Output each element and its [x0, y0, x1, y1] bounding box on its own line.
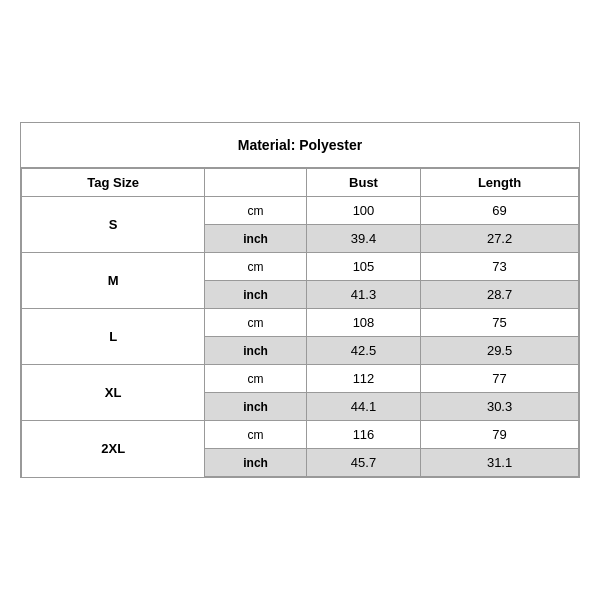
- cm-bust-cell: 100: [306, 197, 420, 225]
- cm-unit-cell: cm: [205, 365, 307, 393]
- size-cell: XL: [22, 365, 205, 421]
- cm-length-cell: 77: [421, 365, 579, 393]
- table-row: Scm10069: [22, 197, 579, 225]
- table-row: Lcm10875: [22, 309, 579, 337]
- inch-unit-cell: inch: [205, 281, 307, 309]
- inch-unit-cell: inch: [205, 225, 307, 253]
- length-header: Length: [421, 169, 579, 197]
- cm-length-cell: 75: [421, 309, 579, 337]
- inch-length-cell: 29.5: [421, 337, 579, 365]
- inch-bust-cell: 45.7: [306, 449, 420, 477]
- inch-unit-cell: inch: [205, 449, 307, 477]
- inch-length-cell: 28.7: [421, 281, 579, 309]
- size-cell: S: [22, 197, 205, 253]
- inch-bust-cell: 41.3: [306, 281, 420, 309]
- size-chart-wrapper: Material: Polyester Tag Size Bust Length…: [20, 122, 580, 478]
- cm-bust-cell: 108: [306, 309, 420, 337]
- inch-length-cell: 30.3: [421, 393, 579, 421]
- table-title: Material: Polyester: [21, 123, 579, 168]
- unit-header: [205, 169, 307, 197]
- cm-bust-cell: 116: [306, 421, 420, 449]
- cm-length-cell: 69: [421, 197, 579, 225]
- table-row: 2XLcm11679: [22, 421, 579, 449]
- cm-unit-cell: cm: [205, 309, 307, 337]
- inch-bust-cell: 39.4: [306, 225, 420, 253]
- inch-length-cell: 31.1: [421, 449, 579, 477]
- inch-bust-cell: 42.5: [306, 337, 420, 365]
- cm-unit-cell: cm: [205, 421, 307, 449]
- inch-unit-cell: inch: [205, 337, 307, 365]
- cm-unit-cell: cm: [205, 253, 307, 281]
- tag-size-header: Tag Size: [22, 169, 205, 197]
- size-cell: L: [22, 309, 205, 365]
- size-cell: 2XL: [22, 421, 205, 477]
- inch-length-cell: 27.2: [421, 225, 579, 253]
- cm-length-cell: 79: [421, 421, 579, 449]
- cm-bust-cell: 112: [306, 365, 420, 393]
- cm-length-cell: 73: [421, 253, 579, 281]
- cm-bust-cell: 105: [306, 253, 420, 281]
- cm-unit-cell: cm: [205, 197, 307, 225]
- bust-header: Bust: [306, 169, 420, 197]
- header-row: Tag Size Bust Length: [22, 169, 579, 197]
- table-row: XLcm11277: [22, 365, 579, 393]
- size-cell: M: [22, 253, 205, 309]
- inch-bust-cell: 44.1: [306, 393, 420, 421]
- table-row: Mcm10573: [22, 253, 579, 281]
- size-chart-table: Tag Size Bust Length Scm10069inch39.427.…: [21, 168, 579, 477]
- inch-unit-cell: inch: [205, 393, 307, 421]
